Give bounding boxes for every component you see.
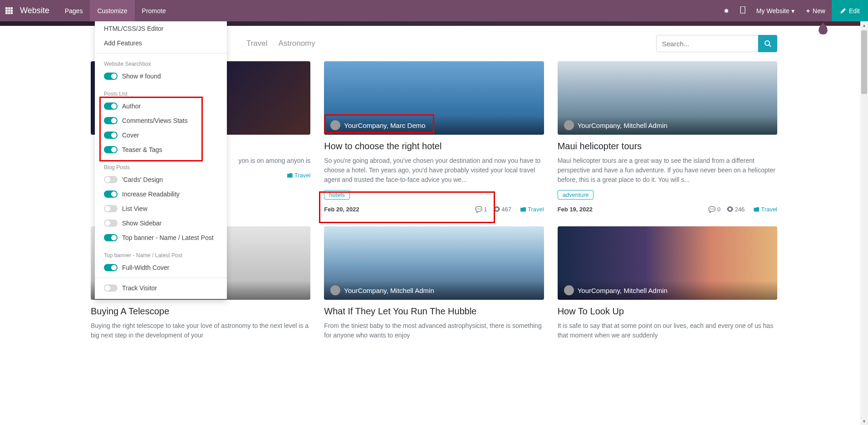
views-count: 246 [727, 206, 745, 213]
dd-teaser-tags[interactable]: Teaser & Tags [95, 142, 227, 157]
card-teaser: So you're going abroad, you've chosen yo… [324, 156, 544, 185]
toggle-icon[interactable] [104, 205, 118, 212]
folder-icon [754, 207, 759, 212]
avatar [564, 285, 574, 295]
avatar [330, 285, 340, 295]
card-title: Maui helicopter tours [558, 141, 777, 151]
toggle-icon[interactable] [104, 73, 118, 80]
author-strip: YourCompany, Mitchell Admin [558, 281, 777, 300]
scrollbar[interactable]: ▴ ▾ [860, 21, 868, 358]
card-date: Feb 19, 2022 [558, 206, 593, 213]
blog-card[interactable]: YourCompany, Mitchell Admin Maui helicop… [558, 61, 777, 213]
dd-top-banner[interactable]: Top banner - Name / Latest Post [95, 230, 227, 245]
toggle-icon[interactable] [104, 191, 118, 198]
card-category[interactable]: Travel [754, 206, 777, 213]
folder-icon [287, 173, 293, 178]
apps-icon[interactable] [0, 7, 18, 15]
card-teaser: From the tiniest baby to the most advanc… [324, 321, 544, 340]
dd-cover[interactable]: Cover [95, 128, 227, 142]
dd-html-editor[interactable]: HTML/CSS/JS Editor [95, 21, 227, 36]
tab-astronomy[interactable]: Astronomy [279, 39, 315, 48]
blog-card[interactable]: YourCompany, Mitchell Admin How To Look … [558, 226, 777, 340]
author-strip: YourCompany, Marc Demo [324, 116, 544, 135]
search-button[interactable] [758, 35, 777, 52]
toggle-icon[interactable] [104, 103, 118, 110]
card-title: How to choose the right hotel [324, 141, 544, 151]
comments-count: 💬 1 [475, 206, 487, 213]
avatar [330, 120, 340, 130]
comments-count: 💬 0 [708, 206, 721, 213]
toggle-icon[interactable] [104, 220, 118, 227]
dd-track-visitor[interactable]: Track Visitor [95, 281, 227, 295]
card-category[interactable]: Travel [287, 172, 311, 179]
card-teaser: Buying the right telescope to take your … [91, 321, 310, 340]
avatar [564, 120, 574, 130]
card-title: How To Look Up [558, 306, 777, 317]
card-tag[interactable]: adventure [558, 190, 594, 200]
toggle-icon[interactable] [104, 234, 118, 241]
dd-header-postslist: Posts List [95, 87, 227, 99]
card-teaser: It is safe to say that at some point on … [558, 321, 777, 340]
svg-point-2 [765, 41, 770, 45]
dd-readability[interactable]: Increase Readability [95, 187, 227, 201]
toggle-icon[interactable] [104, 132, 118, 139]
svg-point-1 [742, 12, 743, 13]
dd-show-found[interactable]: Show # found [95, 69, 227, 83]
edit-button[interactable]: Edit [832, 0, 868, 21]
card-meta: Feb 20, 2022 💬 1 467 Travel [324, 206, 544, 213]
blog-tabs: All Travel Astronomy [227, 39, 315, 48]
toggle-icon[interactable] [104, 284, 118, 292]
dd-author[interactable]: Author [95, 99, 227, 113]
card-category[interactable]: Travel [520, 206, 544, 213]
new-button[interactable]: +New [800, 0, 832, 21]
dd-header-searchbox: Website Searchbox [95, 57, 227, 69]
scroll-thumb[interactable] [861, 30, 867, 94]
dd-full-width-cover[interactable]: Full-Width Cover [95, 260, 227, 275]
nav-promote[interactable]: Promote [135, 0, 173, 21]
dd-add-features[interactable]: Add Features [95, 36, 227, 50]
scroll-up-icon[interactable]: ▴ [860, 21, 868, 29]
card-tag[interactable]: hotels [324, 190, 350, 200]
card-date: Feb 20, 2022 [324, 206, 359, 213]
mobile-icon[interactable] [735, 6, 751, 15]
search-icon [764, 40, 771, 47]
card-cover: YourCompany, Mitchell Admin [558, 226, 777, 300]
toggle-icon[interactable] [104, 176, 118, 183]
dd-header-topbanner: Top banner - Name / Latest Post [95, 249, 227, 260]
blog-card[interactable]: YourCompany, Mitchell Admin What If They… [324, 226, 544, 340]
svg-line-3 [769, 45, 771, 47]
bug-icon[interactable]: ✸ [718, 7, 735, 15]
search-input[interactable] [656, 35, 758, 52]
views-count: 467 [494, 206, 511, 213]
toggle-icon[interactable] [104, 146, 118, 153]
top-bar: Website Pages Customize Promote ✸ My Web… [0, 0, 868, 21]
blog-card[interactable]: YourCompany, Marc Demo How to choose the… [324, 61, 544, 213]
card-cover: YourCompany, Mitchell Admin [558, 61, 777, 135]
card-cover: YourCompany, Marc Demo [324, 61, 544, 135]
card-title: What If They Let You Run The Hubble [324, 306, 544, 317]
toggle-icon[interactable] [104, 117, 118, 124]
dd-header-blogposts: Blog Posts [95, 161, 227, 172]
card-cover: YourCompany, Mitchell Admin [324, 226, 544, 300]
author-strip: YourCompany, Mitchell Admin [324, 281, 544, 300]
customize-dropdown: HTML/CSS/JS Editor Add Features Website … [95, 21, 227, 299]
card-title: Buying A Telescope [91, 306, 310, 317]
dd-cards-design[interactable]: 'Cards' Design [95, 172, 227, 187]
my-website-dropdown[interactable]: My Website▾ [751, 7, 800, 15]
author-strip: YourCompany, Mitchell Admin [558, 116, 777, 135]
dd-list-view[interactable]: List View [95, 201, 227, 216]
nav-customize[interactable]: Customize [90, 0, 134, 21]
dd-comments-views[interactable]: Comments/Views Stats [95, 113, 227, 128]
tab-travel[interactable]: Travel [246, 39, 268, 48]
nav-pages[interactable]: Pages [58, 0, 90, 21]
brand-label: Website [18, 6, 58, 15]
card-meta: Feb 19, 2022 💬 0 246 Travel [558, 206, 777, 213]
toggle-icon[interactable] [104, 264, 118, 271]
card-teaser: Maui helicopter tours are a great way to… [558, 156, 777, 185]
folder-icon [520, 207, 526, 212]
dd-show-sidebar[interactable]: Show Sidebar [95, 216, 227, 230]
